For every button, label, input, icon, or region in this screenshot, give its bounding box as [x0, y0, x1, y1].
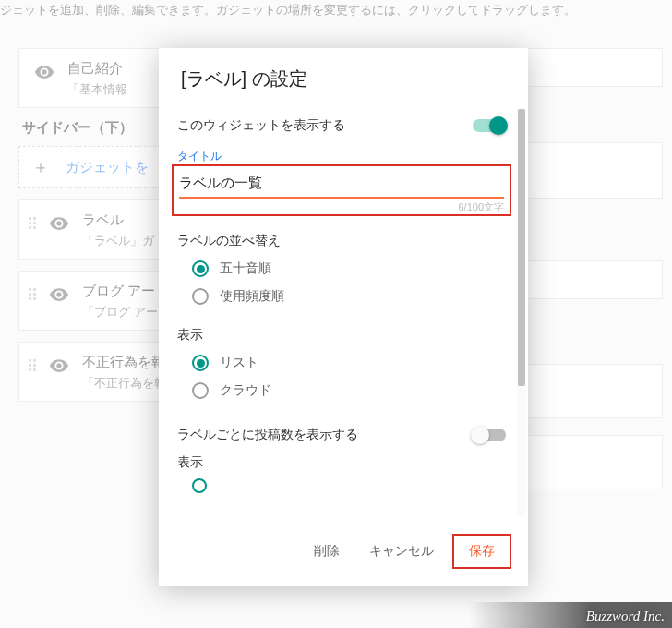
sort-label: ラベルの並べ替え — [177, 233, 506, 249]
dialog-body: このウィジェットを表示する タイトル 6/100文字 ラベルの並べ替え 五十音順… — [159, 101, 528, 521]
radio-icon — [192, 288, 209, 305]
sort-option-alphabetical[interactable]: 五十音順 — [192, 255, 506, 283]
save-highlight-box: 保存 — [452, 534, 511, 569]
radio-icon — [192, 478, 207, 493]
display-radio-group: リスト クラウド — [177, 349, 506, 405]
post-count-toggle[interactable] — [473, 429, 506, 441]
display-label: 表示 — [177, 327, 506, 344]
modal-scrollbar[interactable] — [517, 109, 526, 515]
post-count-row: ラベルごとに投稿数を表示する — [177, 417, 506, 453]
radio-peek — [177, 478, 506, 493]
sort-radio-group: 五十音順 使用頻度順 — [177, 255, 506, 310]
show-widget-row: このウィジェットを表示する — [177, 108, 506, 143]
radio-label: 使用頻度順 — [220, 288, 284, 305]
show-widget-toggle[interactable] — [473, 119, 506, 132]
label-settings-dialog: [ラベル] の設定 このウィジェットを表示する タイトル 6/100文字 ラベル… — [159, 48, 528, 586]
dialog-footer: 削除 キャンセル 保存 — [159, 521, 528, 586]
save-button[interactable]: 保存 — [458, 536, 506, 567]
title-field-label: タイトル — [177, 149, 506, 164]
radio-icon — [192, 260, 209, 277]
post-count-label: ラベルごとに投稿数を表示する — [177, 427, 358, 443]
watermark: Buzzword Inc. — [586, 609, 665, 624]
display-option-cloud[interactable]: クラウド — [192, 377, 506, 405]
delete-button[interactable]: 削除 — [303, 536, 351, 567]
display-option-list[interactable]: リスト — [192, 349, 506, 377]
radio-label: リスト — [220, 355, 258, 371]
radio-label: クラウド — [220, 382, 271, 399]
scrollbar-thumb[interactable] — [518, 109, 525, 386]
cancel-button[interactable]: キャンセル — [358, 536, 445, 567]
display-label-2: 表示 — [177, 454, 506, 471]
show-widget-label: このウィジェットを表示する — [177, 117, 345, 134]
sort-option-frequency[interactable]: 使用頻度順 — [192, 283, 506, 310]
title-input[interactable] — [179, 170, 504, 199]
radio-icon — [192, 355, 209, 371]
title-highlight-box: 6/100文字 — [172, 164, 511, 216]
dialog-title: [ラベル] の設定 — [159, 48, 528, 101]
radio-icon — [192, 382, 209, 399]
char-counter: 6/100文字 — [179, 200, 504, 214]
radio-label: 五十音順 — [220, 260, 271, 277]
